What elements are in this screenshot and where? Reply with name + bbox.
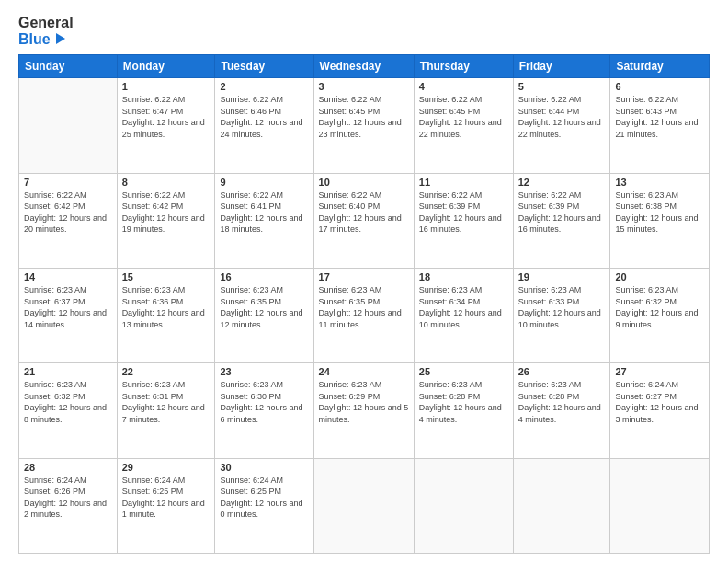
day-number: 5 (518, 81, 606, 92)
day-number: 9 (220, 177, 308, 188)
day-info: Sunrise: 6:23 AMSunset: 6:37 PMDaylight:… (24, 284, 112, 330)
calendar-cell: 30Sunrise: 6:24 AMSunset: 6:25 PMDayligh… (215, 458, 313, 553)
day-number: 25 (419, 366, 508, 377)
day-info: Sunrise: 6:23 AMSunset: 6:31 PMDaylight:… (122, 379, 210, 425)
day-info: Sunrise: 6:22 AMSunset: 6:43 PMDaylight:… (615, 94, 704, 140)
calendar-week-row: 28Sunrise: 6:24 AMSunset: 6:26 PMDayligh… (19, 458, 710, 553)
calendar-cell: 27Sunrise: 6:24 AMSunset: 6:27 PMDayligh… (610, 363, 710, 458)
day-info: Sunrise: 6:23 AMSunset: 6:34 PMDaylight:… (419, 284, 508, 330)
calendar-cell: 3Sunrise: 6:22 AMSunset: 6:45 PMDaylight… (313, 78, 414, 173)
day-number: 14 (24, 271, 112, 282)
day-number: 1 (122, 81, 210, 92)
calendar-cell: 6Sunrise: 6:22 AMSunset: 6:43 PMDaylight… (610, 78, 710, 173)
calendar-cell: 15Sunrise: 6:23 AMSunset: 6:36 PMDayligh… (117, 268, 215, 362)
day-number: 2 (220, 81, 308, 92)
calendar-week-row: 7Sunrise: 6:22 AMSunset: 6:42 PMDaylight… (19, 173, 710, 268)
calendar-cell: 19Sunrise: 6:23 AMSunset: 6:33 PMDayligh… (513, 268, 610, 362)
day-info: Sunrise: 6:23 AMSunset: 6:36 PMDaylight:… (122, 284, 210, 330)
day-number: 20 (615, 271, 704, 282)
calendar-cell: 28Sunrise: 6:24 AMSunset: 6:26 PMDayligh… (19, 458, 118, 553)
calendar-table: SundayMondayTuesdayWednesdayThursdayFrid… (18, 54, 710, 554)
day-number: 27 (615, 366, 704, 377)
day-number: 30 (220, 462, 308, 473)
day-info: Sunrise: 6:23 AMSunset: 6:32 PMDaylight:… (615, 284, 704, 330)
calendar-cell: 18Sunrise: 6:23 AMSunset: 6:34 PMDayligh… (414, 268, 513, 362)
logo: General Blue (18, 15, 74, 47)
svg-marker-0 (56, 33, 65, 44)
day-number: 28 (24, 462, 112, 473)
day-number: 21 (24, 366, 112, 377)
day-info: Sunrise: 6:24 AMSunset: 6:25 PMDaylight:… (220, 475, 308, 521)
day-info: Sunrise: 6:23 AMSunset: 6:29 PMDaylight:… (319, 379, 409, 425)
page: General Blue SundayMondayTuesdayWednesda… (0, 0, 728, 563)
logo-blue: Blue (18, 31, 74, 48)
calendar-cell: 26Sunrise: 6:23 AMSunset: 6:28 PMDayligh… (513, 363, 610, 458)
calendar-cell: 20Sunrise: 6:23 AMSunset: 6:32 PMDayligh… (610, 268, 710, 362)
calendar-cell (610, 458, 710, 553)
day-info: Sunrise: 6:23 AMSunset: 6:35 PMDaylight:… (220, 284, 308, 330)
calendar-cell: 10Sunrise: 6:22 AMSunset: 6:40 PMDayligh… (313, 173, 414, 268)
header: General Blue (18, 15, 710, 47)
day-info: Sunrise: 6:24 AMSunset: 6:25 PMDaylight:… (122, 475, 210, 521)
logo-general: General (18, 15, 74, 31)
calendar-cell: 25Sunrise: 6:23 AMSunset: 6:28 PMDayligh… (414, 363, 513, 458)
day-info: Sunrise: 6:24 AMSunset: 6:27 PMDaylight:… (615, 379, 704, 425)
day-number: 17 (319, 271, 409, 282)
day-number: 19 (518, 271, 606, 282)
calendar-cell: 12Sunrise: 6:22 AMSunset: 6:39 PMDayligh… (513, 173, 610, 268)
day-info: Sunrise: 6:23 AMSunset: 6:28 PMDaylight:… (518, 379, 606, 425)
day-number: 4 (419, 81, 508, 92)
day-info: Sunrise: 6:22 AMSunset: 6:44 PMDaylight:… (518, 94, 606, 140)
day-info: Sunrise: 6:22 AMSunset: 6:39 PMDaylight:… (518, 190, 606, 236)
calendar-cell: 2Sunrise: 6:22 AMSunset: 6:46 PMDaylight… (215, 78, 313, 173)
day-info: Sunrise: 6:23 AMSunset: 6:32 PMDaylight:… (24, 379, 112, 425)
day-number: 7 (24, 177, 112, 188)
weekday-header: Sunday (19, 55, 118, 78)
calendar-cell: 11Sunrise: 6:22 AMSunset: 6:39 PMDayligh… (414, 173, 513, 268)
calendar-cell: 4Sunrise: 6:22 AMSunset: 6:45 PMDaylight… (414, 78, 513, 173)
logo-arrow-icon (52, 31, 67, 46)
day-info: Sunrise: 6:23 AMSunset: 6:30 PMDaylight:… (220, 379, 308, 425)
calendar-cell: 29Sunrise: 6:24 AMSunset: 6:25 PMDayligh… (117, 458, 215, 553)
calendar-cell: 23Sunrise: 6:23 AMSunset: 6:30 PMDayligh… (215, 363, 313, 458)
calendar-cell: 21Sunrise: 6:23 AMSunset: 6:32 PMDayligh… (19, 363, 118, 458)
day-number: 23 (220, 366, 308, 377)
day-number: 15 (122, 271, 210, 282)
day-number: 10 (319, 177, 409, 188)
day-info: Sunrise: 6:22 AMSunset: 6:39 PMDaylight:… (419, 190, 508, 236)
calendar-cell: 17Sunrise: 6:23 AMSunset: 6:35 PMDayligh… (313, 268, 414, 362)
day-info: Sunrise: 6:22 AMSunset: 6:45 PMDaylight:… (319, 94, 409, 140)
day-info: Sunrise: 6:22 AMSunset: 6:40 PMDaylight:… (319, 190, 409, 236)
calendar-cell (414, 458, 513, 553)
calendar-cell: 16Sunrise: 6:23 AMSunset: 6:35 PMDayligh… (215, 268, 313, 362)
calendar-cell (19, 78, 118, 173)
calendar-cell: 9Sunrise: 6:22 AMSunset: 6:41 PMDaylight… (215, 173, 313, 268)
day-number: 16 (220, 271, 308, 282)
weekday-header: Friday (513, 55, 610, 78)
day-number: 11 (419, 177, 508, 188)
day-number: 8 (122, 177, 210, 188)
weekday-header: Wednesday (313, 55, 414, 78)
day-number: 13 (615, 177, 704, 188)
day-info: Sunrise: 6:23 AMSunset: 6:38 PMDaylight:… (615, 190, 704, 236)
day-number: 24 (319, 366, 409, 377)
day-number: 26 (518, 366, 606, 377)
day-number: 3 (319, 81, 409, 92)
logo-text-block: General Blue (18, 15, 74, 47)
calendar-week-row: 14Sunrise: 6:23 AMSunset: 6:37 PMDayligh… (19, 268, 710, 362)
day-info: Sunrise: 6:23 AMSunset: 6:33 PMDaylight:… (518, 284, 606, 330)
calendar-cell: 13Sunrise: 6:23 AMSunset: 6:38 PMDayligh… (610, 173, 710, 268)
day-info: Sunrise: 6:22 AMSunset: 6:45 PMDaylight:… (419, 94, 508, 140)
day-number: 18 (419, 271, 508, 282)
calendar-cell: 14Sunrise: 6:23 AMSunset: 6:37 PMDayligh… (19, 268, 118, 362)
day-info: Sunrise: 6:22 AMSunset: 6:47 PMDaylight:… (122, 94, 210, 140)
day-info: Sunrise: 6:22 AMSunset: 6:46 PMDaylight:… (220, 94, 308, 140)
weekday-header: Thursday (414, 55, 513, 78)
calendar-cell: 1Sunrise: 6:22 AMSunset: 6:47 PMDaylight… (117, 78, 215, 173)
day-info: Sunrise: 6:22 AMSunset: 6:41 PMDaylight:… (220, 190, 308, 236)
day-info: Sunrise: 6:22 AMSunset: 6:42 PMDaylight:… (24, 190, 112, 236)
calendar-cell: 5Sunrise: 6:22 AMSunset: 6:44 PMDaylight… (513, 78, 610, 173)
weekday-header: Saturday (610, 55, 710, 78)
calendar-cell (313, 458, 414, 553)
weekday-header: Monday (117, 55, 215, 78)
